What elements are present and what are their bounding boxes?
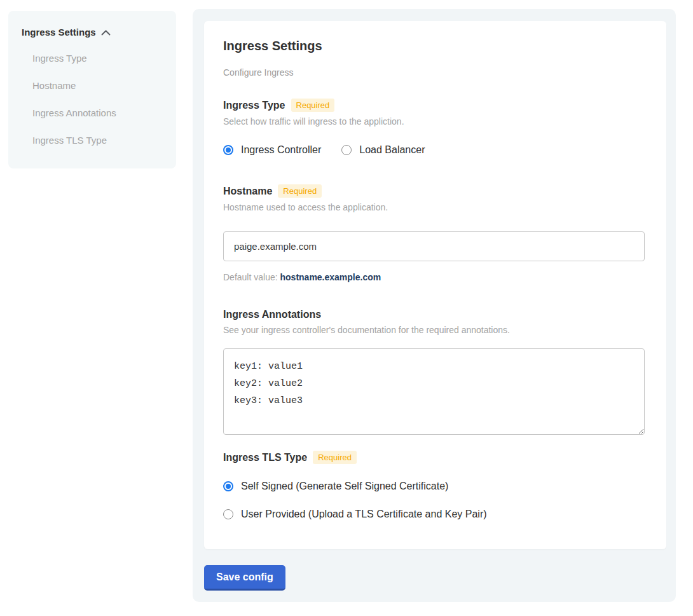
save-config-button[interactable]: Save config: [204, 565, 285, 591]
hostname-heading: Hostname Required: [223, 184, 647, 198]
hostname-help: Hostname used to access the application.: [223, 202, 647, 212]
section-ingress-type: Ingress Type Required Select how traffic…: [223, 99, 647, 156]
ingress-type-label: Ingress Type: [223, 100, 285, 111]
radio-unselected-icon[interactable]: [223, 509, 233, 519]
radio-selected-icon[interactable]: [223, 481, 233, 491]
radio-option-user-provided[interactable]: User Provided (Upload a TLS Certificate …: [223, 509, 647, 520]
page-subtitle: Configure Ingress: [223, 67, 647, 78]
required-badge: Required: [291, 99, 335, 112]
hostname-label: Hostname: [223, 186, 272, 197]
ingress-annotations-heading: Ingress Annotations: [223, 309, 647, 320]
sidebar-group-label: Ingress Settings: [22, 27, 96, 38]
required-badge: Required: [278, 184, 322, 198]
radio-option-label: User Provided (Upload a TLS Certificate …: [241, 509, 487, 520]
ingress-tls-type-heading: Ingress TLS Type Required: [223, 451, 647, 464]
page-title: Ingress Settings: [223, 39, 647, 53]
section-hostname: Hostname Required Hostname used to acces…: [223, 184, 647, 282]
sidebar-item-ingress-annotations[interactable]: Ingress Annotations: [32, 107, 163, 118]
radio-option-label: Ingress Controller: [241, 144, 321, 156]
sidebar-item-hostname[interactable]: Hostname: [32, 80, 163, 91]
radio-option-ingress-controller[interactable]: Ingress Controller: [223, 144, 321, 156]
config-nav-sidebar: Ingress Settings Ingress Type Hostname I…: [8, 11, 176, 168]
hostname-default-line: Default value: hostname.example.com: [223, 272, 647, 282]
sidebar-item-list: Ingress Type Hostname Ingress Annotation…: [22, 53, 163, 146]
radio-unselected-icon[interactable]: [341, 145, 352, 155]
ingress-type-heading: Ingress Type Required: [223, 99, 647, 112]
hostname-input[interactable]: [223, 231, 645, 261]
ingress-annotations-textarea[interactable]: key1: value1 key2: value2 key3: value3: [223, 348, 645, 435]
ingress-type-options: Ingress Controller Load Balancer: [223, 144, 647, 156]
ingress-tls-type-label: Ingress TLS Type: [223, 452, 307, 463]
config-page: Ingress Settings Ingress Type Hostname I…: [0, 0, 693, 616]
sidebar-item-ingress-tls-type[interactable]: Ingress TLS Type: [32, 135, 163, 146]
ingress-annotations-help: See your ingress controller's documentat…: [223, 325, 647, 335]
required-badge: Required: [313, 451, 357, 464]
radio-option-self-signed[interactable]: Self Signed (Generate Self Signed Certif…: [223, 481, 647, 492]
ingress-tls-type-options: Self Signed (Generate Self Signed Certif…: [223, 481, 647, 520]
default-value-text: hostname.example.com: [280, 272, 381, 282]
radio-option-load-balancer[interactable]: Load Balancer: [341, 144, 425, 156]
sidebar-item-ingress-type[interactable]: Ingress Type: [32, 53, 163, 64]
ingress-type-help: Select how traffic will ingress to the a…: [223, 116, 647, 127]
radio-selected-icon[interactable]: [223, 145, 233, 155]
section-ingress-annotations: Ingress Annotations See your ingress con…: [223, 309, 647, 437]
sidebar-group-ingress-settings[interactable]: Ingress Settings: [22, 27, 163, 38]
section-ingress-tls-type: Ingress TLS Type Required Self Signed (G…: [223, 451, 647, 520]
config-card: Ingress Settings Configure Ingress Ingre…: [204, 21, 666, 549]
config-panel: Ingress Settings Configure Ingress Ingre…: [193, 9, 676, 602]
default-value-label: Default value:: [223, 272, 278, 282]
ingress-annotations-label: Ingress Annotations: [223, 309, 321, 320]
chevron-up-icon: [101, 30, 111, 36]
radio-option-label: Load Balancer: [359, 144, 425, 156]
radio-option-label: Self Signed (Generate Self Signed Certif…: [241, 481, 448, 492]
